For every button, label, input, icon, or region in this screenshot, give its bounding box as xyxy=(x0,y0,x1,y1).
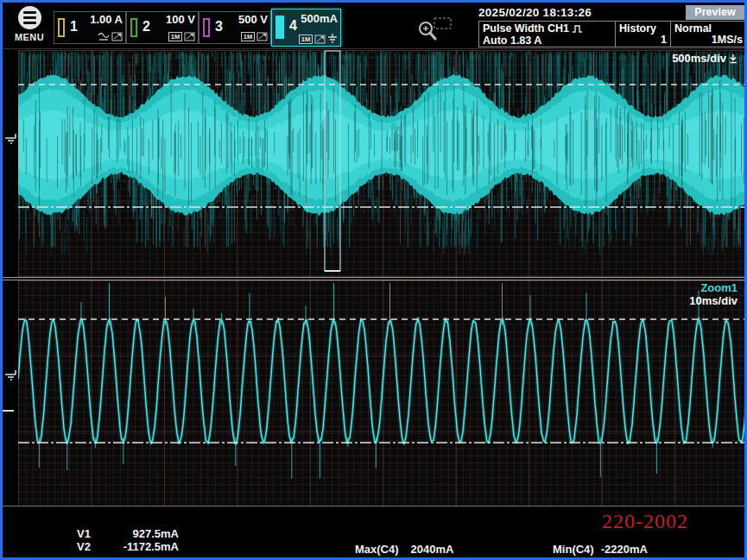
probe-icon xyxy=(184,32,195,41)
history-cell[interactable]: History 1 xyxy=(616,22,671,47)
impedance-icon: 1M xyxy=(299,35,313,44)
probe-icon xyxy=(111,32,123,41)
impedance-icon: 1M xyxy=(168,32,182,41)
roll-mode-icon xyxy=(729,53,738,64)
history-label: History xyxy=(619,22,667,35)
offset-ground-icon xyxy=(327,33,338,44)
preview-button[interactable]: Preview xyxy=(686,5,744,20)
probe-icon xyxy=(314,35,326,44)
zoom-title: Zoom1 xyxy=(689,281,738,294)
zoom-search-button[interactable] xyxy=(416,16,456,46)
min-label: Min(C4) xyxy=(553,544,594,556)
zoom-window-labels: Zoom1 10ms/div xyxy=(689,281,738,307)
channel-1-box[interactable]: 1 1.00 A xyxy=(54,11,126,44)
zero-level-tick xyxy=(3,410,14,412)
min-measurement: Min(C4) -2220mA xyxy=(553,544,648,556)
channel-1-scale: 1.00 A xyxy=(90,13,123,26)
channel-1-number: 1 xyxy=(70,19,78,35)
channel-3-color-bar xyxy=(203,18,210,37)
zoom-timebase-label: 10ms/div xyxy=(689,294,738,307)
menu-button[interactable]: MENU xyxy=(9,4,49,46)
ac-coupling-icon xyxy=(98,32,110,41)
channel-4-scale: 500mA xyxy=(301,12,338,25)
v1-label: V1 xyxy=(77,528,99,540)
magnifier-icon xyxy=(416,16,456,46)
acquisition-cell[interactable]: Normal 1MS/s xyxy=(671,22,746,47)
history-value: 1 xyxy=(661,34,667,46)
v1-value: 927.5mA xyxy=(99,528,179,540)
window-separator xyxy=(3,277,747,278)
v2-value: -1172.5mA xyxy=(99,541,179,553)
cursor-v2-readout: V2 -1172.5mA xyxy=(77,541,179,553)
min-value: -2220mA xyxy=(601,544,648,556)
oscilloscope-screen: MENU 1 1.00 A 2 100 V xyxy=(0,0,747,560)
channel-3-number: 3 xyxy=(215,19,223,35)
main-timebase-label: 500ms/div xyxy=(672,52,738,65)
main-waveform-window xyxy=(18,50,747,277)
impedance-icon: 1M xyxy=(241,32,255,41)
zoom-waveform-plot xyxy=(18,280,747,506)
channel4-ground-marker[interactable] xyxy=(3,132,17,146)
channel-2-number: 2 xyxy=(142,19,150,35)
channel-4-number: 4 xyxy=(289,18,297,34)
probe-icon xyxy=(256,32,268,41)
channel-3-scale: 500 V xyxy=(238,13,268,26)
channel-strip: 1 1.00 A 2 100 V 1M xyxy=(54,11,341,49)
trigger-status-box: Pulse Width CH1 Auto 1.83 A History 1 No… xyxy=(478,21,747,47)
max-value: 2040mA xyxy=(411,544,454,556)
datetime-display: 2025/02/20 18:13:26 xyxy=(478,6,651,19)
trigger-info[interactable]: Pulse Width CH1 Auto 1.83 A xyxy=(479,22,616,47)
zoom-bottom-divider xyxy=(3,506,747,507)
menu-label: MENU xyxy=(9,32,49,42)
zoom-waveform-window xyxy=(18,280,747,506)
sample-rate: 1MS/s xyxy=(712,34,743,46)
hamburger-icon xyxy=(18,6,41,29)
header-divider xyxy=(3,48,747,49)
channel-2-box[interactable]: 2 100 V 1M xyxy=(126,11,199,44)
channel-3-box[interactable]: 3 500 V 1M xyxy=(199,11,271,44)
max-measurement: Max(C4) 2040mA xyxy=(355,544,453,556)
max-label: Max(C4) xyxy=(355,544,399,556)
channel-4-box[interactable]: 4 500mA 1M xyxy=(271,9,341,47)
channel-4-color-bar xyxy=(275,16,284,39)
channel-1-color-bar xyxy=(58,18,65,37)
trigger-level: Auto 1.83 A xyxy=(483,35,611,47)
channel-2-color-bar xyxy=(130,18,137,37)
trigger-type: Pulse Width CH1 xyxy=(483,22,569,35)
acquisition-mode: Normal xyxy=(674,22,743,35)
zoom-ground-marker[interactable] xyxy=(3,368,17,382)
channel-2-scale: 100 V xyxy=(166,13,195,26)
pulse-icon xyxy=(572,24,584,34)
cursor-v1-readout: V1 927.5mA xyxy=(77,528,179,540)
main-waveform-plot xyxy=(18,50,747,277)
model-watermark: 220-2002 xyxy=(602,510,688,533)
v2-label: V2 xyxy=(77,541,99,553)
